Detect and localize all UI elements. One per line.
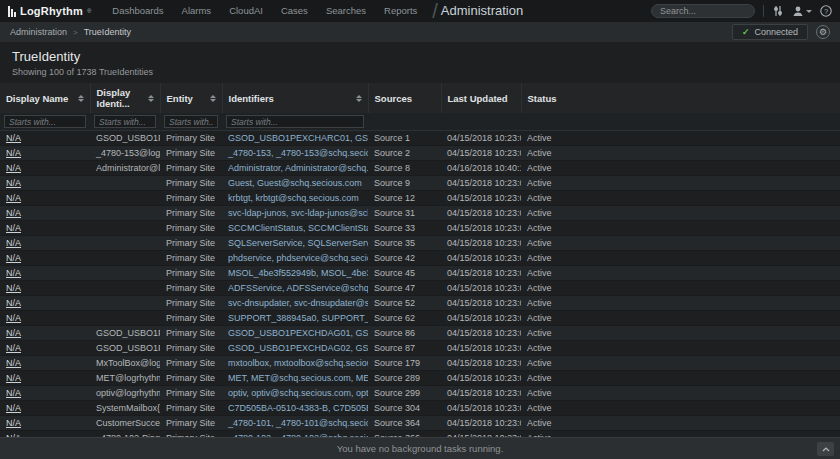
cell-display-identifier: _4780-153@logrh... xyxy=(90,146,160,161)
cell-display-name: N/A xyxy=(0,221,90,236)
cell-display-identifier: CustomerSuccess... xyxy=(90,416,160,431)
nav-item-cases[interactable]: Cases xyxy=(272,0,317,22)
cell-display-identifier xyxy=(90,191,160,206)
display-name-link[interactable]: N/A xyxy=(6,163,21,173)
display-name-link[interactable]: N/A xyxy=(6,148,21,158)
display-name-link[interactable]: N/A xyxy=(6,253,21,263)
connected-status-button[interactable]: ✓ Connected xyxy=(732,24,808,40)
table-row[interactable]: N/A optiv@logrhythm... Primary Site opti… xyxy=(0,386,840,401)
display-name-link[interactable]: N/A xyxy=(6,208,21,218)
table-row[interactable]: N/A _4780-153@logrh... Primary Site _478… xyxy=(0,146,840,161)
table-row[interactable]: N/A Primary Site ADFSService, ADFSServic… xyxy=(0,281,840,296)
cell-source: Source 179 xyxy=(368,356,441,371)
cell-display-identifier xyxy=(90,281,160,296)
nav-item-cloudai[interactable]: CloudAI xyxy=(220,0,272,22)
display-name-link[interactable]: N/A xyxy=(6,358,21,368)
brand-name: LogRhythm xyxy=(20,5,83,17)
table-row[interactable]: N/A CustomerSuccess... Primary Site _478… xyxy=(0,416,840,431)
cell-entity: Primary Site xyxy=(160,296,222,311)
display-name-link[interactable]: N/A xyxy=(6,238,21,248)
display-name-link[interactable]: N/A xyxy=(6,178,21,188)
column-header-display-name[interactable]: Display Name xyxy=(0,83,90,113)
display-name-link[interactable]: N/A xyxy=(6,283,21,293)
cell-display-name: N/A xyxy=(0,251,90,266)
search-input[interactable] xyxy=(651,4,755,18)
table-row[interactable]: N/A Primary Site SUPPORT_388945a0, SUPPO… xyxy=(0,311,840,326)
table-row[interactable]: N/A GSOD_USBO1PEX... Primary Site GSOD_U… xyxy=(0,326,840,341)
cell-last-updated: 04/16/2018 10:40:16 am xyxy=(441,161,521,176)
cell-source: Source 289 xyxy=(368,371,441,386)
table-row[interactable]: N/A Primary Site SCCMClientStatus, SCCMC… xyxy=(0,221,840,236)
column-header-identifiers[interactable]: Identifiers xyxy=(222,83,368,113)
expand-tasks-panel-icon[interactable] xyxy=(817,442,834,456)
sort-icon xyxy=(148,95,154,102)
display-name-link[interactable]: N/A xyxy=(6,388,21,398)
filter-display-identifier-input[interactable] xyxy=(94,115,156,128)
nav-item-reports[interactable]: Reports xyxy=(375,0,426,22)
cell-display-name: N/A xyxy=(0,296,90,311)
table-row[interactable]: N/A GSOD_USBO1PEX... Primary Site GSOD_U… xyxy=(0,131,840,146)
cell-display-name: N/A xyxy=(0,371,90,386)
display-name-link[interactable]: N/A xyxy=(6,133,21,143)
table-row[interactable]: N/A Administrator@lo... Primary Site Adm… xyxy=(0,161,840,176)
cell-status: Active xyxy=(521,131,840,146)
nav-item-alarms[interactable]: Alarms xyxy=(173,0,221,22)
display-name-link[interactable]: N/A xyxy=(6,193,21,203)
display-name-link[interactable]: N/A xyxy=(6,268,21,278)
cell-status: Active xyxy=(521,251,840,266)
display-name-link[interactable]: N/A xyxy=(6,313,21,323)
cell-display-name: N/A xyxy=(0,281,90,296)
sliders-icon[interactable] xyxy=(772,5,784,17)
nav-item-searches[interactable]: Searches xyxy=(317,0,375,22)
breadcrumb-current: TrueIdentity xyxy=(84,27,131,37)
table-row[interactable]: N/A MxToolBox@logr... Primary Site mxtoo… xyxy=(0,356,840,371)
cell-entity: Primary Site xyxy=(160,416,222,431)
table-row[interactable]: N/A Primary Site phdservice, phdservice@… xyxy=(0,251,840,266)
cell-last-updated: 04/15/2018 10:23:03 pm xyxy=(441,206,521,221)
cell-identifiers: GSOD_USBO1PEXCHARC01, GSOD_USBO1P... xyxy=(222,131,368,146)
table-row[interactable]: N/A SystemMailbox{C... Primary Site C7D5… xyxy=(0,401,840,416)
cell-last-updated: 04/15/2018 10:23:03 pm xyxy=(441,266,521,281)
cell-identifiers: mxtoolbox, mxtoolbox@schq.secious.com, .… xyxy=(222,356,368,371)
column-header-entity[interactable]: Entity xyxy=(160,83,222,113)
column-header-display-identifier[interactable]: Display Identi... xyxy=(90,83,160,113)
display-name-link[interactable]: N/A xyxy=(6,298,21,308)
page-title: TrueIdentity xyxy=(0,42,840,67)
display-name-link[interactable]: N/A xyxy=(6,223,21,233)
display-name-link[interactable]: N/A xyxy=(6,373,21,383)
table-row[interactable]: N/A Primary Site Guest, Guest@schq.secio… xyxy=(0,176,840,191)
table-row[interactable]: N/A Primary Site krbtgt, krbtgt@schq.sec… xyxy=(0,191,840,206)
cell-status: Active xyxy=(521,161,840,176)
svg-text:?: ? xyxy=(824,7,828,16)
filter-display-name-input[interactable] xyxy=(4,115,86,128)
breadcrumb-parent[interactable]: Administration xyxy=(10,27,67,37)
settings-gear-icon[interactable]: ⚙ xyxy=(816,25,830,39)
table-row[interactable]: N/A Primary Site svc-dnsupdater, svc-dns… xyxy=(0,296,840,311)
display-name-link[interactable]: N/A xyxy=(6,328,21,338)
user-menu-icon[interactable] xyxy=(792,5,812,17)
column-header-sources[interactable]: Sources xyxy=(368,83,441,113)
display-name-link[interactable]: N/A xyxy=(6,418,21,428)
cell-identifiers: svc-dnsupdater, svc-dnsupdater@schq.seci… xyxy=(222,296,368,311)
logrhythm-logo[interactable]: LogRhythm ® xyxy=(8,5,91,17)
cell-entity: Primary Site xyxy=(160,161,222,176)
table-row[interactable]: N/A MET@logrhythm.... Primary Site MET, … xyxy=(0,371,840,386)
table-row[interactable]: N/A Primary Site svc-ldap-junos, svc-lda… xyxy=(0,206,840,221)
filter-entity-input[interactable] xyxy=(164,115,218,128)
column-header-last-updated[interactable]: Last Updated xyxy=(441,83,521,113)
help-icon[interactable]: ? xyxy=(820,5,832,17)
filter-identifiers-input[interactable] xyxy=(226,115,364,128)
nav-item-dashboards[interactable]: Dashboards xyxy=(103,0,172,22)
table-row[interactable]: N/A GSOD_USBO1PEX... Primary Site GSOD_U… xyxy=(0,341,840,356)
table-row[interactable]: N/A Primary Site SQLServerService, SQLSe… xyxy=(0,236,840,251)
display-name-link[interactable]: N/A xyxy=(6,403,21,413)
cell-display-identifier xyxy=(90,296,160,311)
display-name-link[interactable]: N/A xyxy=(6,343,21,353)
column-header-status[interactable]: Status xyxy=(521,83,840,113)
cell-source: Source 33 xyxy=(368,221,441,236)
nav-item-administration-active[interactable]: Administration xyxy=(441,0,523,22)
cell-identifiers: krbtgt, krbtgt@schq.secious.com xyxy=(222,191,368,206)
cell-status: Active xyxy=(521,191,840,206)
table-row[interactable]: N/A Primary Site MSOL_4be3f552949b, MSOL… xyxy=(0,266,840,281)
cell-source: Source 304 xyxy=(368,401,441,416)
